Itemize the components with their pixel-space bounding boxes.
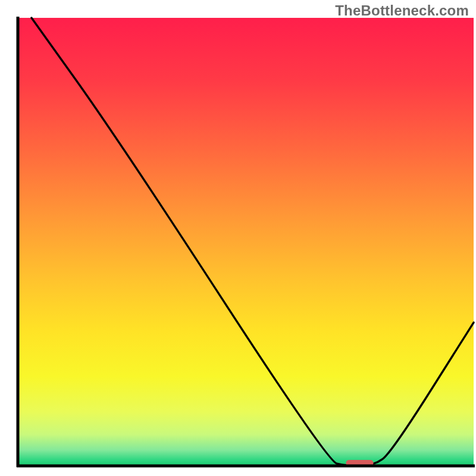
chart-svg — [0, 0, 476, 476]
bottleneck-chart: TheBottleneck.com — [0, 0, 476, 476]
watermark-text: TheBottleneck.com — [335, 2, 469, 19]
plot-background — [18, 18, 474, 466]
